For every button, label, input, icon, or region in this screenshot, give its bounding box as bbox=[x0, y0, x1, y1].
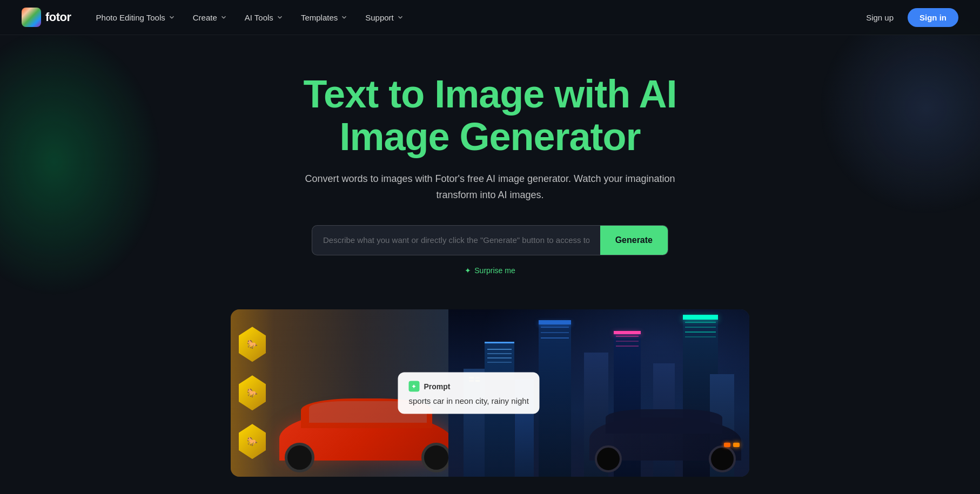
nav-item-ai-tools[interactable]: AI Tools bbox=[237, 9, 291, 26]
logo-text: fotor bbox=[45, 10, 71, 24]
nav-left: fotor Photo Editing Tools Create AI Tool… bbox=[22, 8, 412, 27]
hero-section: Text to Image with AI Image Generator Co… bbox=[0, 35, 980, 299]
chevron-down-icon bbox=[340, 13, 348, 21]
prompt-input[interactable] bbox=[312, 226, 600, 254]
hero-title: Text to Image with AI Image Generator bbox=[247, 73, 733, 158]
car-wheel-left bbox=[285, 443, 314, 472]
ferrari-badge-3: 🐎 bbox=[239, 424, 266, 459]
chevron-down-icon bbox=[397, 13, 404, 21]
ferrari-badge-2: 🐎 bbox=[239, 375, 266, 410]
demo-section: 🐎 🐎 🐎 bbox=[220, 309, 760, 477]
nav-item-create[interactable]: Create bbox=[185, 9, 235, 26]
headlight-left bbox=[724, 443, 730, 447]
nav-item-templates[interactable]: Templates bbox=[293, 9, 355, 26]
headlight-right bbox=[733, 443, 740, 447]
signin-button[interactable]: Sign in bbox=[908, 8, 958, 27]
chevron-down-icon bbox=[220, 13, 227, 21]
generate-button[interactable]: Generate bbox=[600, 226, 668, 255]
nav-item-photo-editing[interactable]: Photo Editing Tools bbox=[89, 9, 183, 26]
dark-car-roof bbox=[606, 409, 722, 434]
search-bar: Generate bbox=[312, 225, 668, 255]
nav-item-support[interactable]: Support bbox=[358, 9, 412, 26]
dark-car-area bbox=[584, 380, 749, 477]
nav-menu: Photo Editing Tools Create AI Tools Temp… bbox=[89, 9, 412, 26]
prompt-card: ✦ Prompt sports car in neon city, rainy … bbox=[398, 372, 539, 414]
car-wheel-right bbox=[421, 443, 451, 472]
sparkle-icon: ✦ bbox=[465, 266, 471, 275]
prompt-header: ✦ Prompt bbox=[408, 381, 528, 391]
prompt-text: sports car in neon city, rainy night bbox=[408, 396, 528, 405]
chevron-down-icon bbox=[168, 13, 176, 21]
search-container: Generate bbox=[312, 225, 668, 255]
hero-subtitle: Convert words to images with Fotor's fre… bbox=[301, 171, 679, 203]
dark-car-wheel-r bbox=[709, 445, 736, 472]
navbar: fotor Photo Editing Tools Create AI Tool… bbox=[0, 0, 980, 35]
ferrari-badge-1: 🐎 bbox=[239, 327, 266, 362]
prompt-label: Prompt bbox=[424, 382, 450, 390]
prompt-sparkle-icon: ✦ bbox=[408, 381, 419, 391]
ferrari-logos: 🐎 🐎 🐎 bbox=[231, 309, 274, 477]
dark-car-wheel-l bbox=[595, 445, 622, 472]
signup-button[interactable]: Sign up bbox=[858, 9, 901, 26]
building-4 bbox=[539, 320, 571, 477]
nav-right: Sign up Sign in bbox=[858, 8, 958, 27]
demo-card: 🐎 🐎 🐎 bbox=[231, 309, 749, 477]
surprise-me-button[interactable]: ✦ Surprise me bbox=[465, 264, 515, 277]
logo-icon bbox=[22, 8, 41, 27]
chevron-down-icon bbox=[276, 13, 284, 21]
